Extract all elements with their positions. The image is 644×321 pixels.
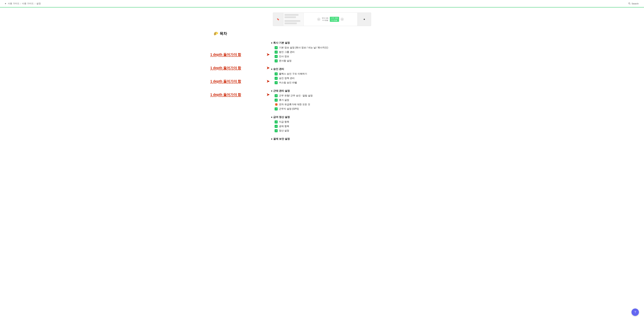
annotation-arrow-4: ➤ [266,92,270,97]
category-bullet-2 [271,69,272,70]
preview-right-panel: ✦ [358,13,371,26]
toc-item-label-payroll-3: 정산 설정 [279,129,289,132]
preview-nav-current: 근무 관렴아이템들 [330,17,339,22]
toc-item-attendance-2[interactable]: ✓ 휴가 설정 [274,99,434,102]
annotation-item-1: 1 depth 들어가야 함 ➤ [210,52,264,57]
check-badge-approval-3: ✓ [274,81,278,84]
check-badge-payroll-1: ✓ [274,120,278,123]
toc-items-attendance: ✓ 근무 유형/ 근무 승인 · 알림 설정 ✓ 휴가 설정 🎁 연차 유급휴가… [271,94,434,110]
toc-item-attendance-3[interactable]: 🎁 연차 유급휴가에 대한 모든 것 [274,103,434,106]
annotation-text-2: 1 depth 들어가야 함 [210,66,241,70]
category-title-attendance: 근태 관리 설정 [271,89,434,92]
category-title-approval: 승인 관리 [271,67,434,71]
category-bullet-4 [271,117,272,118]
toc-item-attendance-1[interactable]: ✓ 근무 유형/ 근무 승인 · 알림 설정 [274,94,434,97]
toc-item-approval-3[interactable]: ✓ 커스텀 승인 라벨 [274,81,434,84]
toc-item-label-approval-3: 커스텀 승인 라벨 [279,81,297,84]
annotation-text-3: 1 depth 들어가야 함 [210,79,241,83]
category-label-finance: 결제 보안 설정 [273,137,290,141]
category-label-approval: 승인 관리 [273,67,284,71]
breadcrumb-sep-2: / [35,2,36,5]
toc-item-approval-2[interactable]: ✓ 승인 정책 관리 [274,77,434,80]
category-approval: 승인 관리 ✓ 플렉스 승인 구조 이해하기 ✓ 승인 정책 관리 ✓ [271,67,434,84]
check-badge-1: ✓ [274,46,278,49]
category-finance: 결제 보안 설정 [271,137,434,141]
toc-section: 🌮 목차 1 depth 들어가야 함 ➤ 1 depth 들어가야 [210,31,434,146]
gift-badge-attendance: 🎁 [274,103,278,106]
check-badge-4: ✓ [274,59,278,62]
toc-item-attendance-4[interactable]: ✓ 근무지 설정 (GPS) [274,107,434,110]
toc-item-company-3[interactable]: ✓ 인사 정보 [274,55,434,58]
logo-icon: ✦ [4,2,7,5]
check-badge-payroll-3: ✓ [274,129,278,132]
toc-item-label-company-4: 문서함 설정 [279,59,292,62]
annotation-arrow-3: ➤ [266,79,270,83]
annotation-text-4: 1 depth 들어가야 함 [210,93,241,96]
check-badge-3: ✓ [274,55,278,58]
category-bullet-3 [271,90,272,91]
toc-item-label-payroll-2: 공제 항목 [279,125,289,128]
right-content: 회사 기본 설정 ✓ 기본 정보 설정 (회사 정보 / 쉬는 날 / 회사직인… [264,41,434,146]
check-badge-attendance-2: ✓ [274,99,278,102]
check-badge-payroll-2: ✓ [274,125,278,128]
toc-layout: 1 depth 들어가야 함 ➤ 1 depth 들어가야 함 ➤ 1 dept… [210,41,434,146]
preview-container: 🔖 ← 현재 장동아이템들 근무 관렴아이 [273,12,371,26]
category-bullet-5 [271,138,272,140]
toc-item-label-company-1: 기본 정보 설정 (회사 정보 / 쉬는 날 / 회사직인) [279,46,328,49]
toc-item-payroll-2[interactable]: ✓ 공제 항목 [274,125,434,128]
breadcrumb: ✦ 사용 가이드 / 사용 가이드 / 설정 [4,2,41,5]
preview-items-list [284,14,302,24]
check-badge-approval-1: ✓ [274,72,278,75]
category-bullet-1 [271,42,272,43]
toc-items-payroll: ✓ 지급 항목 ✓ 공제 항목 ✓ 정산 설정 [271,120,434,132]
toc-item-payroll-1[interactable]: ✓ 지급 항목 [274,120,434,123]
toc-item-company-4[interactable]: ✓ 문서함 설정 [274,59,434,62]
category-company-basic: 회사 기본 설정 ✓ 기본 정보 설정 (회사 정보 / 쉬는 날 / 회사직인… [271,41,434,62]
toc-title-icon: 🌮 [214,31,218,36]
annotation-item-2: 1 depth 들어가야 함 ➤ [210,66,264,70]
breadcrumb-item-3: 설정 [36,2,41,5]
preview-nav-prev-label: 현재 장동아이템들 [322,17,328,21]
toc-item-company-1[interactable]: ✓ 기본 정보 설정 (회사 정보 / 쉬는 날 / 회사직인) [274,46,434,49]
toc-item-label-payroll-1: 지급 항목 [279,120,289,123]
category-label-attendance: 근태 관리 설정 [273,89,290,92]
check-badge-attendance-4: ✓ [274,107,278,110]
toc-item-label-attendance-1: 근무 유형/ 근무 승인 · 알림 설정 [279,94,313,97]
preview-item-1 [284,14,298,16]
preview-item-3 [284,20,300,22]
category-attendance: 근태 관리 설정 ✓ 근무 유형/ 근무 승인 · 알림 설정 ✓ 휴가 설정 … [271,89,434,110]
toc-items-approval: ✓ 플렉스 승인 구조 이해하기 ✓ 승인 정책 관리 ✓ 커스텀 승인 라벨 [271,72,434,84]
header: ✦ 사용 가이드 / 사용 가이드 / 설정 Search [0,0,644,7]
toc-item-label-approval-2: 승인 정책 관리 [279,77,294,80]
category-label-payroll: 급여 정산 설정 [273,115,290,119]
check-badge-attendance-1: ✓ [274,94,278,97]
annotation-arrow-1: ➤ [266,52,270,57]
preview-bookmark-icon: 🔖 [277,18,279,20]
preview-settings-icon: ✦ [363,18,365,21]
svg-line-1 [630,4,630,4]
toc-item-label-company-2: 법인 그룹 관리 [279,50,294,54]
search-button[interactable]: Search [627,2,640,5]
category-label-company-basic: 회사 기본 설정 [273,41,290,44]
toc-item-label-company-3: 인사 정보 [279,55,289,58]
breadcrumb-item-1[interactable]: 사용 가이드 [8,2,20,5]
check-badge-2: ✓ [274,50,278,54]
toc-title-text: 목차 [220,31,227,36]
main-content: 🔖 ← 현재 장동아이템들 근무 관렴아이 [204,7,440,156]
annotation-arrow-2: ➤ [266,66,270,70]
toc-item-label-approval-1: 플렉스 승인 구조 이해하기 [279,72,307,75]
preview-item-2 [284,16,296,18]
category-payroll: 급여 정산 설정 ✓ 지급 항목 ✓ 공제 항목 ✓ 정산 [271,115,434,132]
toc-item-payroll-3[interactable]: ✓ 정산 설정 [274,129,434,132]
preview-nav: ← 현재 장동아이템들 근무 관렴아이템들 → [317,17,344,22]
preview-nav-next[interactable]: → [340,17,344,21]
preview-area: 🔖 ← 현재 장동아이템들 근무 관렴아이 [210,11,434,26]
toc-item-company-2[interactable]: ✓ 법인 그룹 관리 [274,50,434,54]
toc-item-label-attendance-2: 휴가 설정 [279,99,289,102]
annotation-item-4: 1 depth 들어가야 함 ➤ [210,92,264,97]
breadcrumb-item-2[interactable]: 사용 가이드 [22,2,34,5]
toc-title: 🌮 목차 [210,31,434,36]
preview-nav-prev[interactable]: ← [317,17,320,21]
toc-item-approval-1[interactable]: ✓ 플렉스 승인 구조 이해하기 [274,72,434,75]
toc-items-company-basic: ✓ 기본 정보 설정 (회사 정보 / 쉬는 날 / 회사직인) ✓ 법인 그룹… [271,46,434,62]
